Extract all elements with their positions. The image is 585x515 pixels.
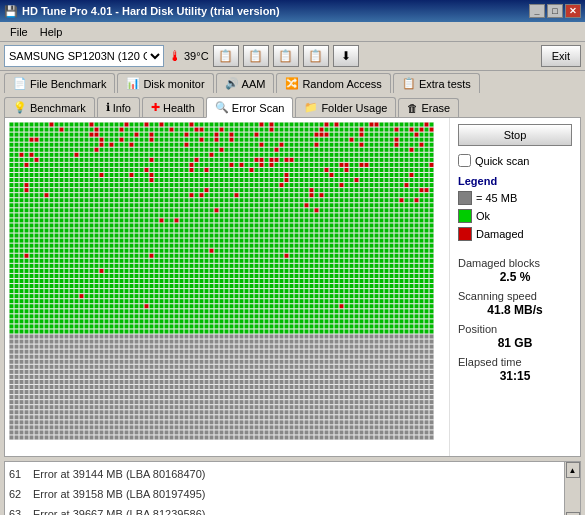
legend-item-0: = 45 MB (458, 191, 572, 205)
stat-label-1: Scanning speed (458, 290, 572, 302)
log-text-2: Error at 39667 MB (LBA 81239586) (33, 508, 205, 515)
app-title: HD Tune Pro 4.01 - Hard Disk Utility (tr… (22, 5, 280, 17)
tab-error-scan[interactable]: 🔍 Error Scan (206, 97, 294, 118)
app-icon: 💾 (4, 5, 18, 18)
stat-value-2: 81 GB (458, 336, 572, 350)
stop-button[interactable]: Stop (458, 124, 572, 146)
disk-monitor-icon: 📊 (126, 77, 140, 90)
legend-title: Legend (458, 175, 572, 187)
extra-tests-icon: 📋 (402, 77, 416, 90)
log-text-1: Error at 39158 MB (LBA 80197495) (33, 488, 205, 500)
thermometer-icon: 🌡 (168, 48, 182, 64)
tab-file-benchmark[interactable]: 📄 File Benchmark (4, 73, 115, 93)
minimize-button[interactable]: _ (529, 4, 545, 18)
toolbar-btn-4[interactable]: 📋 (303, 45, 329, 67)
info-icon: ℹ (106, 101, 110, 114)
tab-disk-monitor[interactable]: 📊 Disk monitor (117, 73, 213, 93)
tab-folder-usage[interactable]: 📁 Folder Usage (295, 97, 396, 117)
toolbar-btn-3[interactable]: 📋 (273, 45, 299, 67)
log-area: 61 Error at 39144 MB (LBA 80168470) 62 E… (4, 461, 581, 515)
log-line-0: 61 Error at 39144 MB (LBA 80168470) (9, 464, 560, 484)
toolbar-btn-1[interactable]: 📋 (213, 45, 239, 67)
menu-help[interactable]: Help (34, 24, 69, 40)
aam-icon: 🔊 (225, 77, 239, 90)
legend-section: Legend = 45 MB Ok Damaged (458, 175, 572, 245)
close-button[interactable]: ✕ (565, 4, 581, 18)
stat-value-0: 2.5 % (458, 270, 572, 284)
temperature-value: 39°C (184, 50, 209, 62)
titlebar-left: 💾 HD Tune Pro 4.01 - Hard Disk Utility (… (4, 5, 280, 18)
folder-usage-icon: 📁 (304, 101, 318, 114)
exit-button[interactable]: Exit (541, 45, 581, 67)
legend-box-green (458, 209, 472, 223)
maximize-button[interactable]: □ (547, 4, 563, 18)
log-line-2: 63 Error at 39667 MB (LBA 81239586) (9, 504, 560, 515)
scan-grid-area (5, 118, 450, 456)
tab-random-access[interactable]: 🔀 Random Access (276, 73, 390, 93)
error-scan-canvas (9, 122, 434, 440)
tab-health[interactable]: ✚ Health (142, 97, 204, 117)
menubar: File Help (0, 22, 585, 42)
legend-box-red (458, 227, 472, 241)
stats-section: Damaged blocks 2.5 % Scanning speed 41.8… (458, 257, 572, 389)
legend-box-gray (458, 191, 472, 205)
legend-label-1: Ok (476, 210, 490, 222)
menu-file[interactable]: File (4, 24, 34, 40)
toolbar: SAMSUNG SP1203N (120 GB) 🌡 39°C 📋 📋 📋 📋 … (0, 42, 585, 71)
legend-label-2: Damaged (476, 228, 524, 240)
tabs-row2: 💡 Benchmark ℹ Info ✚ Health 🔍 Error Scan… (0, 95, 585, 117)
random-access-icon: 🔀 (285, 77, 299, 90)
tab-benchmark[interactable]: 💡 Benchmark (4, 97, 95, 117)
benchmark-icon: 💡 (13, 101, 27, 114)
tab-erase[interactable]: 🗑 Erase (398, 98, 459, 117)
tab-extra-tests[interactable]: 📋 Extra tests (393, 73, 480, 93)
scroll-up-button[interactable]: ▲ (566, 462, 580, 478)
quick-scan-row: Quick scan (458, 154, 572, 167)
quick-scan-checkbox[interactable] (458, 154, 471, 167)
temperature-display: 🌡 39°C (168, 48, 209, 64)
error-scan-icon: 🔍 (215, 101, 229, 114)
log-text-0: Error at 39144 MB (LBA 80168470) (33, 468, 205, 480)
health-icon: ✚ (151, 101, 160, 114)
file-benchmark-icon: 📄 (13, 77, 27, 90)
titlebar: 💾 HD Tune Pro 4.01 - Hard Disk Utility (… (0, 0, 585, 22)
tabs-row1: 📄 File Benchmark 📊 Disk monitor 🔊 AAM 🔀 … (0, 71, 585, 93)
legend-item-1: Ok (458, 209, 572, 223)
log-line-1: 62 Error at 39158 MB (LBA 80197495) (9, 484, 560, 504)
legend-label-0: = 45 MB (476, 192, 517, 204)
toolbar-btn-2[interactable]: 📋 (243, 45, 269, 67)
stat-value-3: 31:15 (458, 369, 572, 383)
tab-info[interactable]: ℹ Info (97, 97, 140, 117)
scroll-track (566, 478, 580, 512)
stat-label-3: Elapsed time (458, 356, 572, 368)
log-content: 61 Error at 39144 MB (LBA 80168470) 62 E… (5, 462, 564, 515)
stat-label-0: Damaged blocks (458, 257, 572, 269)
erase-icon: 🗑 (407, 102, 418, 114)
stat-label-2: Position (458, 323, 572, 335)
stat-value-1: 41.8 MB/s (458, 303, 572, 317)
log-scrollbar: ▲ ▼ (564, 462, 580, 515)
disk-selector[interactable]: SAMSUNG SP1203N (120 GB) (4, 45, 164, 67)
quick-scan-label: Quick scan (475, 155, 529, 167)
toolbar-btn-5[interactable]: ⬇ (333, 45, 359, 67)
log-num-2: 63 (9, 508, 33, 515)
titlebar-controls: _ □ ✕ (529, 4, 581, 18)
log-num-0: 61 (9, 468, 33, 480)
main-content: Stop Quick scan Legend = 45 MB Ok Damage… (4, 117, 581, 457)
tab-aam[interactable]: 🔊 AAM (216, 73, 275, 93)
log-num-1: 62 (9, 488, 33, 500)
right-panel: Stop Quick scan Legend = 45 MB Ok Damage… (450, 118, 580, 456)
legend-item-2: Damaged (458, 227, 572, 241)
